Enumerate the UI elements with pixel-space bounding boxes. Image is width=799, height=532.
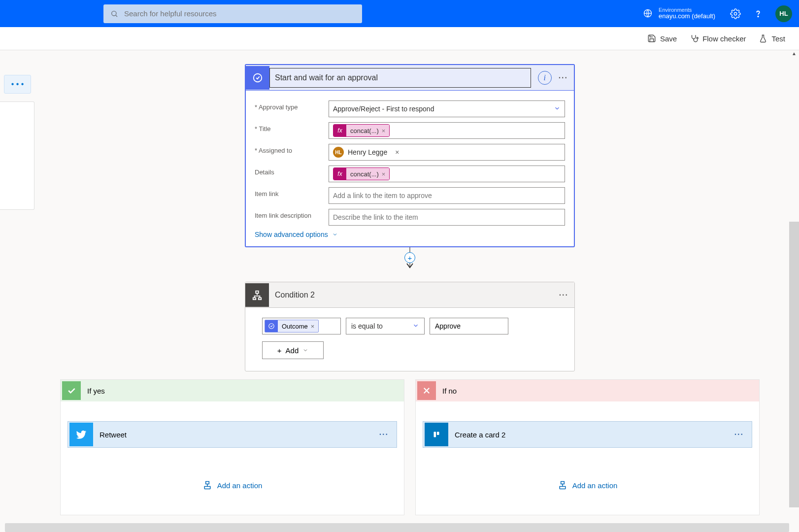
approval-action-card: Start and wait for an approval i ··· * A… bbox=[245, 64, 575, 247]
approval-icon bbox=[246, 66, 269, 90]
condition-overflow-menu[interactable]: ··· bbox=[559, 291, 568, 299]
test-button[interactable]: Test bbox=[759, 34, 785, 43]
details-label: Details bbox=[255, 166, 329, 176]
chevron-down-icon bbox=[332, 232, 338, 237]
svg-rect-15 bbox=[434, 432, 436, 437]
expression-token[interactable]: fx concat(...)× bbox=[333, 167, 390, 180]
item-link-desc-input[interactable] bbox=[329, 209, 565, 226]
title-label: * Title bbox=[255, 122, 329, 133]
chevron-down-icon bbox=[554, 105, 561, 112]
flask-icon bbox=[759, 34, 767, 43]
retweet-action-card[interactable]: Retweet ··· bbox=[67, 421, 397, 448]
retweet-overflow-menu[interactable]: ··· bbox=[379, 430, 397, 439]
add-action-yes[interactable]: Add an action bbox=[67, 480, 397, 490]
item-link-input[interactable] bbox=[329, 187, 565, 204]
approval-icon bbox=[265, 320, 278, 332]
svg-line-1 bbox=[116, 15, 117, 17]
chip-remove-icon[interactable]: × bbox=[395, 148, 399, 156]
retweet-action-title: Retweet bbox=[95, 431, 379, 439]
save-label: Save bbox=[660, 34, 677, 43]
approval-type-label: * Approval type bbox=[255, 100, 329, 111]
environment-value: enayu.com (default) bbox=[659, 12, 715, 20]
details-input[interactable]: fx concat(...)× bbox=[329, 166, 565, 182]
person-avatar: HL bbox=[333, 147, 344, 158]
global-search[interactable] bbox=[103, 4, 362, 23]
if-no-header[interactable]: If no bbox=[416, 380, 759, 401]
scroll-up-arrow-icon[interactable]: ▲ bbox=[789, 50, 799, 56]
flow-canvas[interactable]: ▲ • • • Start and wait for an approval i… bbox=[0, 50, 799, 532]
title-input[interactable]: fx concat(...)× bbox=[329, 122, 565, 139]
collapsed-side-panel bbox=[0, 101, 34, 210]
svg-point-0 bbox=[112, 11, 116, 15]
approval-overflow-menu[interactable]: ··· bbox=[559, 73, 568, 82]
environment-picker[interactable]: Environments enayu.com (default) bbox=[643, 7, 715, 20]
approval-card-header[interactable]: Start and wait for an approval i ··· bbox=[246, 65, 574, 91]
top-ribbon: Environments enayu.com (default) HL bbox=[0, 0, 799, 27]
check-icon bbox=[62, 381, 81, 400]
environment-label: Environments bbox=[659, 7, 715, 13]
add-action-icon bbox=[558, 480, 567, 490]
person-chip[interactable]: HL Henry Legge × bbox=[333, 145, 399, 159]
svg-rect-16 bbox=[437, 432, 439, 435]
test-label: Test bbox=[771, 34, 785, 43]
flow-checker-button[interactable]: Flow checker bbox=[690, 34, 746, 43]
info-icon[interactable]: i bbox=[538, 71, 552, 85]
if-yes-label: If yes bbox=[82, 387, 105, 395]
close-icon bbox=[417, 381, 436, 400]
condition-card-title: Condition 2 bbox=[269, 291, 559, 299]
token-remove-icon[interactable]: × bbox=[382, 127, 386, 134]
svg-rect-14 bbox=[433, 431, 441, 439]
token-remove-icon[interactable]: × bbox=[311, 323, 315, 330]
if-no-branch: If no Create a card 2 ··· Add an action bbox=[415, 379, 760, 515]
svg-rect-11 bbox=[205, 482, 209, 484]
dynamic-content-token[interactable]: Outcome× bbox=[265, 320, 319, 332]
svg-rect-7 bbox=[256, 291, 259, 293]
condition-branches: If yes Retweet ··· Add an action bbox=[60, 379, 760, 515]
svg-point-6 bbox=[254, 73, 262, 82]
help-icon[interactable] bbox=[753, 8, 764, 19]
svg-point-3 bbox=[734, 12, 737, 15]
fx-icon: fx bbox=[333, 125, 346, 136]
expression-token[interactable]: fx concat(...)× bbox=[333, 124, 390, 137]
if-yes-header[interactable]: If yes bbox=[61, 380, 404, 401]
svg-rect-9 bbox=[259, 298, 262, 299]
condition-card-header[interactable]: Condition 2 ··· bbox=[245, 282, 574, 308]
vertical-scrollbar[interactable] bbox=[789, 222, 799, 507]
condition-card: Condition 2 ··· Outcome× is equal to bbox=[245, 282, 575, 371]
condition-icon bbox=[245, 283, 269, 307]
if-yes-branch: If yes Retweet ··· Add an action bbox=[60, 379, 404, 515]
trello-overflow-menu[interactable]: ··· bbox=[734, 430, 752, 439]
save-icon bbox=[647, 34, 656, 43]
save-button[interactable]: Save bbox=[647, 34, 677, 43]
svg-point-10 bbox=[269, 324, 274, 329]
token-remove-icon[interactable]: × bbox=[382, 170, 386, 178]
approval-card-title[interactable]: Start and wait for an approval bbox=[269, 68, 531, 88]
trello-action-card[interactable]: Create a card 2 ··· bbox=[423, 421, 752, 448]
user-avatar[interactable]: HL bbox=[775, 5, 792, 22]
search-input[interactable] bbox=[124, 9, 355, 18]
add-action-no[interactable]: Add an action bbox=[423, 480, 752, 490]
search-icon bbox=[110, 10, 118, 18]
chevron-down-icon bbox=[412, 322, 419, 329]
add-condition-button[interactable]: + Add bbox=[262, 341, 324, 359]
svg-point-5 bbox=[697, 37, 698, 39]
plus-icon: + bbox=[277, 346, 282, 355]
approval-type-select[interactable]: Approve/Reject - First to respond bbox=[329, 100, 565, 117]
person-name: Henry Legge bbox=[348, 148, 387, 156]
stethoscope-icon bbox=[690, 34, 699, 43]
approval-type-value: Approve/Reject - First to respond bbox=[333, 105, 434, 113]
context-menu-button[interactable]: • • • bbox=[4, 75, 31, 94]
assigned-to-input[interactable]: HL Henry Legge × bbox=[329, 144, 565, 161]
condition-operator-select[interactable]: is equal to bbox=[346, 318, 425, 334]
flow-checker-label: Flow checker bbox=[702, 34, 746, 43]
settings-icon[interactable] bbox=[730, 8, 741, 19]
svg-rect-8 bbox=[253, 298, 256, 299]
condition-right-operand[interactable]: Approve bbox=[430, 318, 508, 334]
connector: + bbox=[245, 247, 575, 268]
condition-left-operand[interactable]: Outcome× bbox=[262, 318, 341, 334]
show-advanced-options[interactable]: Show advanced options bbox=[255, 231, 565, 238]
add-action-icon bbox=[202, 480, 212, 490]
if-no-label: If no bbox=[437, 387, 457, 395]
horizontal-scrollbar[interactable] bbox=[5, 523, 789, 532]
item-link-label: Item link bbox=[255, 187, 329, 198]
